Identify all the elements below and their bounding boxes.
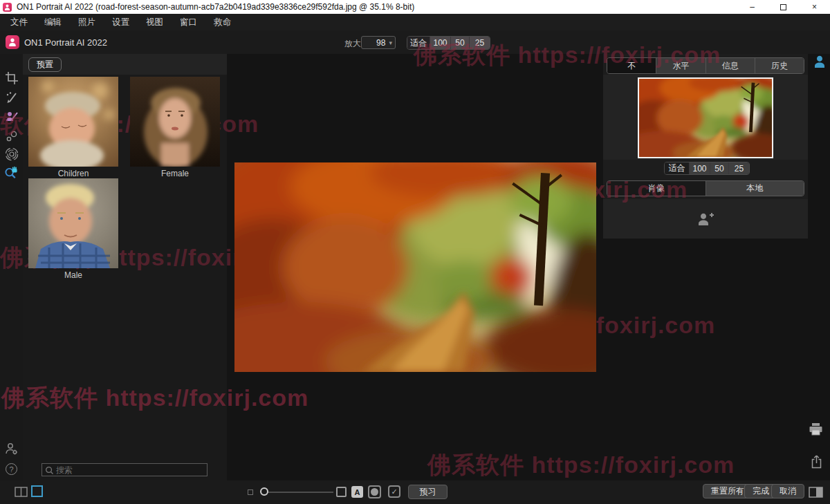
printer-icon xyxy=(809,422,823,436)
preset-thumbnail-female[interactable] xyxy=(130,77,220,167)
male-preset-image xyxy=(28,178,118,268)
local-source-tab[interactable]: 本地 xyxy=(706,181,804,196)
preview-button[interactable]: 预习 xyxy=(408,485,448,499)
app-logo-icon xyxy=(3,3,12,12)
navigator-panel xyxy=(603,75,808,160)
right-panel: 不 水平 信息 历史 适合 100 50 25 肖像 本地 xyxy=(603,54,808,239)
portrait-source-tab[interactable]: 肖像 xyxy=(607,181,706,196)
dual-panel-icon xyxy=(809,487,823,498)
nav-fit-option-25[interactable]: 25 xyxy=(729,162,749,174)
preset-label-children: Children xyxy=(28,169,118,178)
brush-icon xyxy=(5,91,19,104)
person-plus-icon xyxy=(696,211,715,227)
a-toggle-button[interactable]: A xyxy=(351,486,363,498)
clone-tool-button[interactable] xyxy=(4,129,19,143)
search-box xyxy=(42,463,208,476)
zoom-value: 98 xyxy=(376,38,385,48)
magnifier-hand-icon xyxy=(4,166,19,181)
source-segment: 肖像 本地 xyxy=(607,180,804,196)
portrait-brush-button[interactable] xyxy=(4,109,19,124)
crop-icon xyxy=(5,71,19,85)
preset-thumbnail-children[interactable] xyxy=(28,77,118,167)
tab-info[interactable]: 信息 xyxy=(706,58,755,73)
preset-label-male: Male xyxy=(28,270,118,280)
fit-option-50[interactable]: 50 xyxy=(451,37,470,49)
main-image xyxy=(234,162,596,372)
search-icon xyxy=(45,466,54,475)
help-button[interactable]: ? xyxy=(4,462,19,476)
nav-fit-option-fit[interactable]: 适合 xyxy=(665,162,690,174)
panel-toggle-button[interactable] xyxy=(809,487,823,498)
split-view-icon xyxy=(15,487,28,497)
retouch-brush-button[interactable] xyxy=(4,90,19,104)
navigator-preview[interactable] xyxy=(638,77,773,158)
account-button[interactable] xyxy=(813,55,826,68)
presets-panel: 预置 Children Female Male xyxy=(23,54,227,480)
menu-bar: 文件 编辑 照片 设置 视图 窗口 救命 xyxy=(0,14,830,30)
search-input[interactable] xyxy=(56,464,205,476)
presets-button[interactable]: 预置 xyxy=(28,57,62,72)
zoom-fit-segment: 适合 100 50 25 xyxy=(407,36,490,50)
navigator-fit-segment: 适合 100 50 25 xyxy=(664,162,750,175)
bottom-bar: A ✓ 预习 重置所有 完成 取消 xyxy=(0,480,830,504)
menu-item-edit[interactable]: 编辑 xyxy=(41,15,65,30)
compare-view-button[interactable] xyxy=(15,487,28,497)
faces-panel xyxy=(603,199,808,239)
app-window: ON1 Portrait AI 2022 (road-forest-season… xyxy=(0,0,830,504)
opacity-slider[interactable] xyxy=(259,485,335,500)
right-panel-tabs: 不 水平 信息 历史 xyxy=(607,57,804,74)
slider-track[interactable] xyxy=(266,492,333,493)
window-controls: – × xyxy=(737,0,830,14)
share-button[interactable] xyxy=(810,454,823,469)
tab-none[interactable]: 不 xyxy=(607,58,656,73)
children-preset-image xyxy=(28,77,118,167)
enable-toggle-button[interactable]: ✓ xyxy=(388,485,400,498)
texture-tool-button[interactable] xyxy=(4,147,19,161)
cancel-button[interactable]: 取消 xyxy=(771,484,804,498)
nav-fit-option-50[interactable]: 50 xyxy=(710,162,729,174)
mask-view-button[interactable] xyxy=(336,487,347,497)
print-button[interactable] xyxy=(809,422,823,436)
maximize-icon xyxy=(780,4,786,10)
circles-icon xyxy=(5,129,19,143)
zoom-pan-tool-button[interactable] xyxy=(4,166,19,180)
zoom-level-select[interactable]: 98 ▾ xyxy=(361,36,396,49)
menu-item-view[interactable]: 视图 xyxy=(142,15,167,30)
window-title: ON1 Portrait AI 2022 (road-forest-season… xyxy=(17,2,414,12)
tab-history[interactable]: 历史 xyxy=(755,58,804,73)
app-title: ON1 Portrait AI 2022 xyxy=(24,37,107,48)
help-icon: ? xyxy=(6,463,17,475)
vignette-view-button[interactable] xyxy=(368,485,381,498)
slider-knob[interactable] xyxy=(260,487,268,496)
tool-sidebar: ? xyxy=(0,54,23,480)
portrait-brush-icon xyxy=(5,110,19,124)
title-bar: ON1 Portrait AI 2022 (road-forest-season… xyxy=(0,0,830,14)
fit-option-fit[interactable]: 适合 xyxy=(407,37,430,49)
app-logo xyxy=(6,35,19,49)
menu-item-file[interactable]: 文件 xyxy=(7,15,31,30)
tab-levels[interactable]: 水平 xyxy=(656,58,706,73)
close-button[interactable]: × xyxy=(799,0,830,14)
chevron-down-icon: ▾ xyxy=(389,39,392,46)
share-icon xyxy=(810,454,823,469)
minimize-button[interactable]: – xyxy=(737,0,768,14)
add-face-button[interactable] xyxy=(696,211,715,227)
user-gear-icon xyxy=(5,442,19,456)
fit-option-100[interactable]: 100 xyxy=(430,37,451,49)
fingerprint-icon xyxy=(5,147,19,161)
account-settings-button[interactable] xyxy=(4,441,19,456)
preset-thumbnail-male[interactable] xyxy=(28,178,118,268)
menu-item-window[interactable]: 窗口 xyxy=(176,15,201,30)
menu-item-help[interactable]: 救命 xyxy=(210,15,234,30)
fit-option-25[interactable]: 25 xyxy=(470,37,490,49)
slider-min-icon xyxy=(248,489,253,495)
single-view-button[interactable] xyxy=(31,485,43,497)
nav-fit-option-100[interactable]: 100 xyxy=(690,162,710,174)
maximize-button[interactable] xyxy=(768,0,799,14)
menu-item-photo[interactable]: 照片 xyxy=(75,15,99,30)
header-bar: ON1 Portrait AI 2022 放大 98 ▾ 适合 100 50 2… xyxy=(0,30,830,54)
crop-tool-button[interactable] xyxy=(4,71,19,85)
account-person-icon xyxy=(813,55,826,68)
menu-item-settings[interactable]: 设置 xyxy=(109,15,133,30)
preset-label-female: Female xyxy=(130,169,220,178)
